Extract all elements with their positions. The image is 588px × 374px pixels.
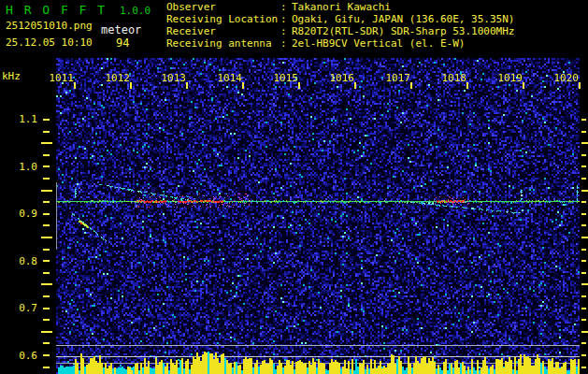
axis-tick — [581, 354, 586, 356]
info-value: 2el-HB9CV Vertical (el. E-W) — [292, 37, 465, 50]
axis-tick — [523, 82, 524, 89]
axis-tick — [43, 295, 50, 297]
axis-tick — [43, 319, 50, 321]
axis-tick — [41, 190, 52, 192]
info-row-receiver: Receiver:R820T2(RTL-SDR) SDR-Sharp 53.10… — [166, 25, 514, 37]
axis-tick — [41, 331, 52, 333]
x-tick-label-1019: 1019 — [497, 72, 523, 84]
y-tick-label-0.9: 0.9 — [0, 208, 37, 220]
axis-tick — [579, 82, 581, 89]
axis-tick — [581, 119, 586, 121]
info-separator: : — [280, 25, 292, 37]
info-label: Receiving antenna — [166, 37, 280, 50]
y-tick-label-0.8: 0.8 — [0, 255, 37, 267]
axis-tick — [43, 272, 50, 274]
y-tick-label-0.6: 0.6 — [0, 350, 37, 362]
axis-tick — [581, 131, 586, 133]
axis-tick — [581, 308, 586, 309]
app-version: 1.0.0 — [120, 5, 151, 17]
info-value: Ogaki, Gifu, JAPAN (136.60E, 35.35N) — [292, 13, 514, 25]
observation-datetime: 25.12.05 10:10 — [6, 36, 93, 49]
x-tick-label-1020: 1020 — [553, 72, 579, 84]
axis-tick — [581, 272, 586, 274]
x-tick-label-1014: 1014 — [217, 72, 242, 84]
axis-tick — [581, 154, 586, 156]
info-label: Receiving Location — [166, 13, 280, 25]
y-tick-label-1.0: 1.0 — [0, 161, 37, 173]
axis-tick — [354, 82, 356, 89]
info-label: Receiver — [166, 25, 280, 37]
axis-tick — [581, 201, 586, 203]
info-row-antenna: Receiving antenna:2el-HB9CV Vertical (el… — [166, 37, 514, 50]
axis-tick — [410, 82, 412, 89]
y-axis-unit-label: kHz — [2, 70, 21, 82]
y-tick-label-0.7: 0.7 — [0, 302, 37, 314]
x-tick-label-1013: 1013 — [161, 72, 186, 84]
x-tick-label-1012: 1012 — [105, 72, 130, 84]
spectrogram-plot: kHz 1.1 1.0 0.9 0.8 0.7 0.6 1011 1012 10… — [0, 58, 588, 374]
info-label: Observer — [166, 1, 280, 13]
axis-tick — [581, 237, 588, 238]
x-tick-label-1011: 1011 — [49, 72, 74, 84]
axis-tick — [43, 260, 50, 262]
station-info: Observer:Takanori Kawachi Receiving Loca… — [166, 1, 514, 50]
axis-tick — [581, 260, 586, 262]
axis-tick — [186, 82, 188, 89]
spectrogram-canvas — [56, 58, 580, 374]
axis-tick — [581, 190, 588, 192]
axis-tick — [43, 367, 50, 368]
hrofft-spectrogram-output: H R O F F T 1.0.0 2512051010.png meteor … — [0, 0, 588, 374]
axis-tick — [43, 154, 50, 156]
axis-tick — [43, 308, 50, 309]
output-filename: 2512051010.png — [6, 20, 93, 32]
y-tick-label-1.1: 1.1 — [0, 113, 37, 125]
axis-tick — [466, 82, 468, 89]
axis-tick — [581, 367, 586, 368]
info-row-observer: Observer:Takanori Kawachi — [166, 1, 514, 13]
info-separator: : — [280, 13, 292, 25]
axis-tick — [43, 249, 50, 251]
axis-tick — [43, 165, 50, 167]
axis-tick — [43, 131, 50, 133]
axis-tick — [581, 249, 586, 251]
axis-tick — [242, 82, 244, 89]
x-tick-label-1016: 1016 — [329, 72, 354, 84]
axis-tick — [43, 213, 50, 215]
echo-count: 94 — [116, 36, 129, 50]
axis-tick — [41, 142, 52, 144]
axis-tick — [581, 224, 586, 226]
axis-tick — [581, 295, 586, 297]
axis-tick — [581, 178, 586, 180]
info-separator: : — [280, 37, 292, 50]
mode-label: meteor — [101, 23, 141, 36]
x-tick-label-1015: 1015 — [273, 72, 298, 84]
axis-tick — [43, 178, 50, 180]
x-tick-label-1018: 1018 — [441, 72, 466, 84]
app-title: H R O F F T — [6, 3, 107, 17]
info-value: R820T2(RTL-SDR) SDR-Sharp 53.1000MHz — [292, 25, 514, 37]
axis-tick — [581, 142, 588, 144]
info-row-location: Receiving Location:Ogaki, Gifu, JAPAN (1… — [166, 13, 514, 25]
axis-tick — [581, 331, 588, 333]
axis-tick — [43, 224, 50, 226]
axis-tick — [581, 213, 586, 215]
axis-tick — [581, 319, 586, 321]
axis-tick — [43, 201, 50, 203]
axis-tick — [43, 354, 50, 356]
axis-tick — [74, 82, 76, 89]
axis-tick — [581, 283, 588, 285]
axis-tick — [581, 165, 586, 167]
info-value: Takanori Kawachi — [292, 1, 391, 13]
axis-tick — [41, 237, 52, 238]
axis-tick — [43, 342, 50, 344]
axis-tick — [41, 283, 52, 285]
axis-tick — [298, 82, 300, 89]
axis-tick — [581, 342, 586, 344]
info-separator: : — [280, 1, 292, 13]
axis-tick — [43, 119, 50, 121]
x-tick-label-1017: 1017 — [385, 72, 410, 84]
axis-tick — [130, 82, 132, 89]
header: H R O F F T 1.0.0 2512051010.png meteor … — [0, 0, 588, 58]
